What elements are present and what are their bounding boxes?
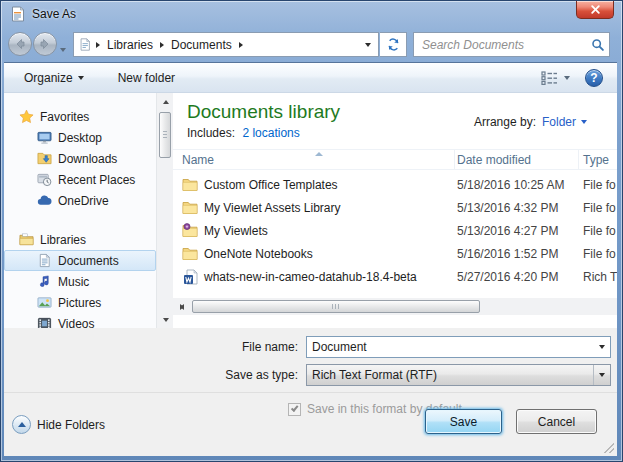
- sidebar-item-label: Desktop: [58, 131, 102, 145]
- save-as-type-dropdown[interactable]: [593, 365, 610, 385]
- sidebar-item-pictures[interactable]: Pictures: [4, 292, 156, 313]
- documents-icon: [36, 253, 52, 269]
- file-row[interactable]: Custom Office Templates 5/18/2016 10:25 …: [173, 173, 617, 196]
- save-as-type-label: Save as type:: [4, 368, 306, 382]
- word-document-icon: [182, 269, 198, 285]
- arrow-left-icon: [14, 38, 26, 50]
- address-history-dropdown[interactable]: [360, 34, 376, 55]
- file-row[interactable]: My Viewlet Assets Library 5/13/2016 4:32…: [173, 196, 617, 219]
- chevron-down-icon: [581, 120, 587, 124]
- arrange-by-label: Arrange by:: [474, 115, 536, 129]
- save-format-checkbox[interactable]: [288, 403, 301, 416]
- breadcrumb-arrow-icon: [96, 42, 100, 48]
- pictures-icon: [36, 295, 52, 311]
- scrollbar-thumb[interactable]: [159, 112, 171, 158]
- sidebar-item-music[interactable]: Music: [4, 271, 156, 292]
- save-as-type-select[interactable]: Rich Text Format (RTF): [306, 364, 611, 386]
- breadcrumb[interactable]: Libraries Documents: [73, 32, 379, 57]
- refresh-button[interactable]: [380, 32, 407, 57]
- address-bar: Libraries Documents: [7, 29, 616, 61]
- forward-button[interactable]: [33, 32, 57, 56]
- cancel-button[interactable]: Cancel: [516, 409, 597, 434]
- scroll-up-icon[interactable]: [157, 93, 174, 110]
- arrange-by: Arrange by: Folder: [474, 115, 587, 129]
- onedrive-icon: [36, 193, 52, 209]
- breadcrumb-arrow-icon: [160, 42, 164, 48]
- sidebar-item-label: OneDrive: [58, 194, 109, 208]
- chevron-down-icon: [599, 345, 605, 349]
- change-view-button[interactable]: [536, 68, 575, 88]
- new-folder-button[interactable]: New folder: [110, 67, 183, 89]
- file-name: My Viewlets: [204, 224, 268, 238]
- chevron-down-icon: [78, 76, 84, 80]
- scroll-right-icon[interactable]: [173, 298, 190, 315]
- sidebar-item-favorites[interactable]: Favorites: [4, 106, 156, 127]
- command-toolbar: Organize New folder ?: [4, 63, 617, 93]
- column-header-date-modified[interactable]: Date modified: [455, 150, 579, 169]
- new-folder-label: New folder: [118, 71, 175, 85]
- hide-folders-button[interactable]: Hide Folders: [12, 415, 105, 434]
- column-header-name[interactable]: Name: [173, 150, 455, 169]
- file-date: 5/13/2016 4:32 PM: [455, 201, 579, 215]
- dialog-footer: Hide Folders Save in this format by defa…: [4, 392, 617, 456]
- file-row[interactable]: My Viewlets 5/13/2016 4:27 PM File fo: [173, 219, 617, 242]
- file-name: Custom Office Templates: [204, 178, 338, 192]
- file-row[interactable]: whats-new-in-cameo-datahub-18.4-beta 5/2…: [173, 265, 617, 288]
- downloads-icon: [36, 151, 52, 167]
- file-date: 5/16/2016 1:52 PM: [455, 247, 579, 261]
- back-button[interactable]: [8, 32, 32, 56]
- file-name-input[interactable]: Document: [306, 336, 611, 358]
- scrollbar-thumb[interactable]: [192, 300, 480, 313]
- resize-grip[interactable]: [604, 443, 614, 453]
- sidebar-scrollbar[interactable]: [156, 93, 173, 328]
- save-as-dialog: Save As Libraries Documents: [0, 0, 623, 462]
- browser-area: Favorites Desktop Downloads Recent Place…: [4, 93, 617, 328]
- sidebar-item-downloads[interactable]: Downloads: [4, 148, 156, 169]
- sidebar-item-label: Libraries: [40, 233, 86, 247]
- help-button[interactable]: ?: [585, 69, 603, 87]
- sidebar-item-onedrive[interactable]: OneDrive: [4, 190, 156, 211]
- search-input[interactable]: [420, 37, 591, 53]
- folder-icon: [182, 200, 198, 216]
- save-button[interactable]: Save: [425, 409, 502, 434]
- folder-icon: [182, 177, 198, 193]
- sidebar-item-label: Pictures: [58, 296, 101, 310]
- sidebar-item-libraries[interactable]: Libraries: [4, 229, 156, 250]
- locations-link[interactable]: 2 locations: [242, 126, 299, 140]
- save-as-type-value: Rich Text Format (RTF): [307, 368, 593, 382]
- desktop-icon: [36, 130, 52, 146]
- file-row[interactable]: OneNote Notebooks 5/16/2016 1:52 PM File…: [173, 242, 617, 265]
- location-icon: [78, 37, 92, 52]
- file-type: File fo: [579, 178, 617, 192]
- file-type: Rich T: [579, 270, 617, 284]
- breadcrumb-item-libraries[interactable]: Libraries: [102, 38, 158, 52]
- star-icon: [18, 109, 34, 125]
- file-fields: File name: Document Save as type: Rich T…: [4, 328, 617, 392]
- horizontal-scrollbar[interactable]: [173, 298, 617, 315]
- window-title: Save As: [32, 7, 76, 21]
- includes-label: Includes:: [187, 126, 235, 140]
- sidebar-item-recent-places[interactable]: Recent Places: [4, 169, 156, 190]
- arrange-by-dropdown[interactable]: Folder: [542, 115, 587, 129]
- breadcrumb-item-documents[interactable]: Documents: [166, 38, 237, 52]
- column-header-type[interactable]: Type: [579, 150, 617, 169]
- dialog-client-area: Organize New folder ?: [4, 62, 617, 456]
- titlebar[interactable]: Save As: [1, 1, 622, 29]
- sidebar-item-videos[interactable]: Videos: [4, 313, 156, 328]
- sort-ascending-icon: [315, 152, 323, 156]
- file-date: 5/18/2016 10:25 AM: [455, 178, 579, 192]
- recent-pages-dropdown[interactable]: [60, 41, 66, 55]
- file-name: My Viewlet Assets Library: [204, 201, 341, 215]
- chevron-down-icon: [564, 76, 570, 80]
- sidebar-item-label: Recent Places: [58, 173, 135, 187]
- scroll-down-icon[interactable]: [157, 311, 174, 328]
- close-icon: [591, 5, 600, 14]
- organize-label: Organize: [24, 71, 73, 85]
- sidebar-item-desktop[interactable]: Desktop: [4, 127, 156, 148]
- sidebar-item-documents[interactable]: Documents: [4, 250, 156, 271]
- search-box[interactable]: [413, 32, 610, 57]
- search-icon[interactable]: [591, 38, 605, 52]
- close-button[interactable]: [576, 1, 614, 19]
- organize-button[interactable]: Organize: [16, 67, 92, 89]
- file-name-dropdown[interactable]: [593, 337, 610, 357]
